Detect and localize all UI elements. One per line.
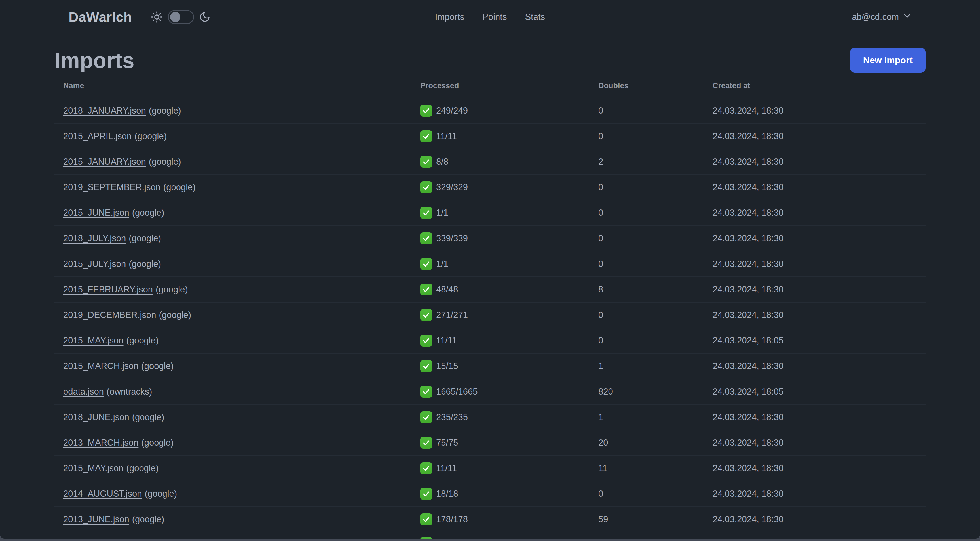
table-row: 2013_JUNE.json(google) 178/178 59 24.03.… [54,507,926,533]
column-header-name: Name [63,81,420,90]
processed-cell: 1/1 [420,258,598,270]
import-source-label: (google) [126,463,159,473]
processed-cell: 339/339 [420,233,598,244]
page-head: Imports New import [54,46,926,74]
import-name-cell: 2013_JUNE.json(google) [63,514,420,525]
success-check-icon [420,207,432,219]
import-source-label: (google) [134,131,167,141]
processed-count: 11/11 [436,335,457,346]
success-check-icon [420,105,432,116]
chevron-down-icon [902,11,912,23]
import-name-cell: 2018_JULY.json(google) [63,233,420,244]
import-file-link[interactable]: 2019_SEPTEMBER.json [63,182,161,192]
created-at: 24.03.2024, 18:30 [713,361,926,371]
import-file-link[interactable]: 2015_JANUARY.json [63,157,146,167]
success-check-icon [420,437,432,449]
success-check-icon [420,258,432,270]
import-source-label: (google) [149,157,181,167]
import-file-link[interactable]: odata.json [63,386,104,397]
processed-cell: 8/8 [420,156,598,168]
created-at: 24.03.2024, 18:30 [713,514,926,525]
main-content: Imports New import Name Processed Double… [54,46,926,539]
processed-cell: 18/18 [420,488,598,500]
processed-cell: 1665/1665 [420,386,598,398]
import-source-label: (owntracks) [107,386,152,397]
import-file-link[interactable]: 2015_FEBRUARY.json [63,284,153,294]
nav-item-stats[interactable]: Stats [525,12,545,22]
processed-cell: 235/235 [420,411,598,423]
import-file-link[interactable]: 2013_MARCH.json [63,438,138,448]
import-name-cell: 2015_JUNE.json(google) [63,208,420,218]
import-file-link[interactable]: 2019_DECEMBER.json [63,310,156,320]
table-header: Name Processed Doubles Created at [54,74,926,98]
nav-item-points[interactable]: Points [482,12,507,22]
import-file-link[interactable]: 2015_MAY.json [63,335,124,345]
doubles-count: 0 [598,489,713,499]
app-logo[interactable]: DaWarIch [68,10,132,25]
doubles-count: 820 [598,386,713,397]
import-name-cell: odata.json(owntracks) [63,386,420,397]
nav-item-imports[interactable]: Imports [435,12,464,22]
import-file-link[interactable]: 2015_MARCH.json [63,361,138,371]
app-window: DaWarIch [0,0,980,539]
processed-count: 249/249 [436,105,468,116]
table-row: 2018_JANUARY.json(google) 249/249 0 24.0… [54,98,926,124]
import-name-cell: 2018_JANUARY.json(google) [63,105,420,116]
doubles-count: 0 [598,335,713,346]
success-check-icon [420,284,432,295]
import-file-link[interactable]: 2018_JANUARY.json [63,105,146,115]
import-file-link[interactable]: 2013_JUNE.json [63,514,129,524]
success-check-icon [420,360,432,372]
processed-count: 178/178 [436,514,468,525]
account-email: ab@cd.com [852,12,899,22]
import-source-label: (google) [149,105,181,115]
import-name-cell: 2014_AUGUST.json(google) [63,489,420,499]
processed-count: 1665/1665 [436,386,478,397]
doubles-count: 0 [598,259,713,269]
table-row: 2018_JUNE.json(google) 235/235 1 24.03.2… [54,405,926,430]
import-source-label: (google) [145,489,177,499]
created-at: 24.03.2024, 18:30 [713,489,926,499]
import-source-label: (google) [141,361,173,371]
import-file-link[interactable]: 2018_JUNE.json [63,412,129,422]
import-source-label: (google) [129,259,161,269]
import-file-link[interactable]: 2015_JUNE.json [63,208,129,218]
import-file-link[interactable]: 2015_MAY.json [63,463,124,473]
new-import-button[interactable]: New import [850,48,926,73]
doubles-count: 0 [598,208,713,218]
doubles-count: 11 [598,463,713,474]
success-check-icon [420,335,432,346]
created-at: 24.03.2024, 18:30 [713,463,926,474]
import-source-label: (google) [159,310,191,320]
import-source-label: (google) [129,233,161,243]
processed-count: 235/235 [436,412,468,422]
table-row-partial[interactable] [54,533,926,539]
success-check-icon [420,181,432,193]
created-at: 24.03.2024, 18:30 [713,438,926,448]
success-check-icon [420,488,432,500]
moon-icon [199,11,210,23]
table-body: 2018_JANUARY.json(google) 249/249 0 24.0… [54,98,926,533]
import-name-cell: 2019_DECEMBER.json(google) [63,310,420,320]
table-row: 2015_APRIL.json(google) 11/11 0 24.03.20… [54,124,926,149]
import-file-link[interactable]: 2014_AUGUST.json [63,489,142,499]
theme-switch [151,10,210,24]
import-source-label: (google) [126,335,159,345]
created-at: 24.03.2024, 18:30 [713,412,926,422]
import-source-label: (google) [156,284,188,294]
processed-cell: 11/11 [420,335,598,346]
processed-count: 1/1 [436,208,448,218]
import-file-link[interactable]: 2018_JULY.json [63,233,126,243]
created-at: 24.03.2024, 18:05 [713,335,926,346]
import-source-label: (google) [163,182,196,192]
page-title: Imports [54,48,134,73]
column-header-created-at: Created at [713,81,926,90]
import-file-link[interactable]: 2015_APRIL.json [63,131,132,141]
theme-toggle[interactable] [168,10,194,24]
processed-cell: 1/1 [420,207,598,219]
created-at: 24.03.2024, 18:30 [713,284,926,295]
processed-cell [420,533,598,539]
account-menu[interactable]: ab@cd.com [852,11,912,23]
table-row: 2015_JULY.json(google) 1/1 0 24.03.2024,… [54,252,926,277]
import-file-link[interactable]: 2015_JULY.json [63,259,126,269]
